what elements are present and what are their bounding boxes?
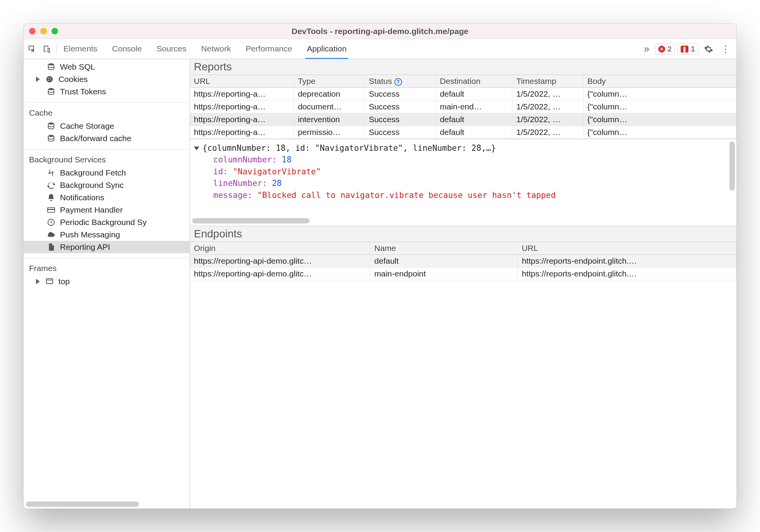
col-status[interactable]: Status? xyxy=(365,75,436,88)
detail-summary: {columnNumber: 18, id: "NavigatorVibrate… xyxy=(202,143,496,153)
table-row[interactable]: https://reporting-api-demo.glitc…main-en… xyxy=(190,268,736,280)
sidebar-item-label: Notifications xyxy=(60,193,104,202)
cell-url: https://reports-endpoint.glitch.… xyxy=(518,255,736,268)
col-body[interactable]: Body xyxy=(583,75,736,88)
sidebar-item-label: Payment Handler xyxy=(60,205,123,215)
col-url[interactable]: URL xyxy=(518,242,736,255)
cell-type: deprecation xyxy=(294,88,365,101)
cloud-icon xyxy=(47,230,55,239)
report-detail: {columnNumber: 18, id: "NavigatorVibrate… xyxy=(190,139,736,226)
tab-network[interactable]: Network xyxy=(200,39,233,59)
tab-console[interactable]: Console xyxy=(111,39,144,59)
settings-icon[interactable] xyxy=(704,44,713,54)
cell-body: {"column… xyxy=(583,101,736,113)
cell-body: {"column… xyxy=(583,126,736,139)
close-window-button[interactable] xyxy=(29,28,36,34)
sidebar-item-label: Periodic Background Sy xyxy=(60,218,147,227)
sidebar-item-bf-cache[interactable]: Back/forward cache xyxy=(24,132,190,145)
frame-icon xyxy=(45,277,54,286)
sidebar-item-notifications[interactable]: Notifications xyxy=(24,191,190,204)
cell-status: Success xyxy=(365,126,436,139)
sidebar-item-frame-top[interactable]: top xyxy=(24,275,190,288)
reports-title: Reports xyxy=(190,59,736,75)
sidebar-item-label: Cache Storage xyxy=(60,121,114,131)
help-icon[interactable]: ? xyxy=(394,78,402,86)
cell-origin: https://reporting-api-demo.glitc… xyxy=(190,255,370,268)
endpoints-title: Endpoints xyxy=(190,226,736,242)
panel-tabs: Elements Console Sources Network Perform… xyxy=(62,39,636,59)
sidebar-item-bg-sync[interactable]: Background Sync xyxy=(24,179,190,191)
panel-tabs-bar: Elements Console Sources Network Perform… xyxy=(24,39,736,59)
tab-sources[interactable]: Sources xyxy=(155,39,188,59)
table-row[interactable]: https://reporting-a…document…Successmain… xyxy=(190,101,736,113)
errors-badge[interactable]: ✕ 2 xyxy=(655,44,675,55)
tab-elements[interactable]: Elements xyxy=(62,39,99,59)
issues-badge[interactable]: ❚ 1 xyxy=(677,44,698,55)
cell-body: {"column… xyxy=(583,88,736,101)
cell-url: https://reporting-a… xyxy=(190,126,294,139)
svg-point-5 xyxy=(50,79,51,80)
sidebar-scrollbar[interactable] xyxy=(26,501,187,507)
cell-origin: https://reporting-api-demo.glitc… xyxy=(190,268,370,280)
sidebar-item-cache-storage[interactable]: Cache Storage xyxy=(24,120,190,132)
minimize-window-button[interactable] xyxy=(40,28,47,34)
detail-vscrollbar[interactable] xyxy=(729,142,735,223)
error-icon: ✕ xyxy=(658,46,665,53)
sidebar-item-bg-fetch[interactable]: Background Fetch xyxy=(24,167,190,179)
svg-point-6 xyxy=(48,88,54,90)
expand-icon xyxy=(36,77,40,82)
table-row[interactable]: https://reporting-a…permissio…Successdef… xyxy=(190,126,736,139)
cell-status: Success xyxy=(365,113,436,126)
col-origin[interactable]: Origin xyxy=(190,242,370,255)
sidebar-heading-frames: Frames xyxy=(24,260,190,275)
sidebar-item-label: top xyxy=(58,277,70,286)
sidebar-item-label: Trust Tokens xyxy=(60,87,106,96)
reports-table: URL Type Status? Destination Timestamp B… xyxy=(190,75,736,139)
application-sidebar: Web SQL Cookies Trust Tokens Cache Cache… xyxy=(24,59,190,508)
cell-body: {"column… xyxy=(583,113,736,126)
collapse-icon[interactable] xyxy=(194,147,199,150)
svg-point-1 xyxy=(46,76,53,83)
tab-performance[interactable]: Performance xyxy=(244,39,294,59)
inspect-element-icon[interactable] xyxy=(27,44,37,54)
sidebar-heading-cache: Cache xyxy=(24,104,190,120)
col-url[interactable]: URL xyxy=(190,75,294,88)
issue-icon: ❚ xyxy=(681,46,688,53)
cookies-icon xyxy=(45,75,54,84)
sidebar-item-payment-handler[interactable]: Payment Handler xyxy=(24,204,190,216)
col-destination[interactable]: Destination xyxy=(436,75,512,88)
sidebar-item-label: Cookies xyxy=(58,75,88,84)
tab-application[interactable]: Application xyxy=(305,39,348,59)
sidebar-item-periodic-bg-sync[interactable]: Periodic Background Sy xyxy=(24,216,190,228)
cell-ts: 1/5/2022, … xyxy=(512,88,583,101)
kebab-menu-icon[interactable]: ⋮ xyxy=(719,44,733,55)
col-name[interactable]: Name xyxy=(370,242,518,255)
col-type[interactable]: Type xyxy=(294,75,365,88)
device-toggle-icon[interactable] xyxy=(42,44,51,54)
sidebar-item-label: Background Fetch xyxy=(60,168,126,177)
cell-url: https://reports-endpoint.glitch.… xyxy=(518,268,736,280)
sidebar-item-cookies[interactable]: Cookies xyxy=(24,73,190,85)
reporting-api-panel: Reports URL Type Status? Destination Tim… xyxy=(190,59,736,508)
more-tabs-icon[interactable]: » xyxy=(640,43,652,55)
col-timestamp[interactable]: Timestamp xyxy=(512,75,583,88)
sidebar-item-trust-tokens[interactable]: Trust Tokens xyxy=(24,85,190,98)
detail-entry: columnNumber: 18 xyxy=(213,154,733,165)
bell-icon xyxy=(47,193,55,202)
table-row[interactable]: https://reporting-a…interventionSuccessd… xyxy=(190,113,736,126)
table-row[interactable]: https://reporting-a…deprecationSuccessde… xyxy=(190,88,736,101)
table-row[interactable]: https://reporting-api-demo.glitc…default… xyxy=(190,255,736,268)
file-icon xyxy=(47,243,55,251)
sidebar-item-push-messaging[interactable]: Push Messaging xyxy=(24,228,190,241)
database-icon xyxy=(47,87,55,96)
detail-entry: lineNumber: 28 xyxy=(213,177,733,189)
detail-entry: id: "NavigatorVibrate" xyxy=(213,166,733,177)
sidebar-item-reporting-api[interactable]: Reporting API xyxy=(24,241,190,253)
svg-point-7 xyxy=(48,123,54,125)
zoom-window-button[interactable] xyxy=(51,28,58,34)
sidebar-item-label: Web SQL xyxy=(60,62,95,72)
sidebar-item-label: Back/forward cache xyxy=(60,134,131,143)
sidebar-item-web-sql[interactable]: Web SQL xyxy=(24,61,190,73)
cell-type: intervention xyxy=(294,113,365,126)
detail-hscrollbar[interactable] xyxy=(192,218,725,223)
